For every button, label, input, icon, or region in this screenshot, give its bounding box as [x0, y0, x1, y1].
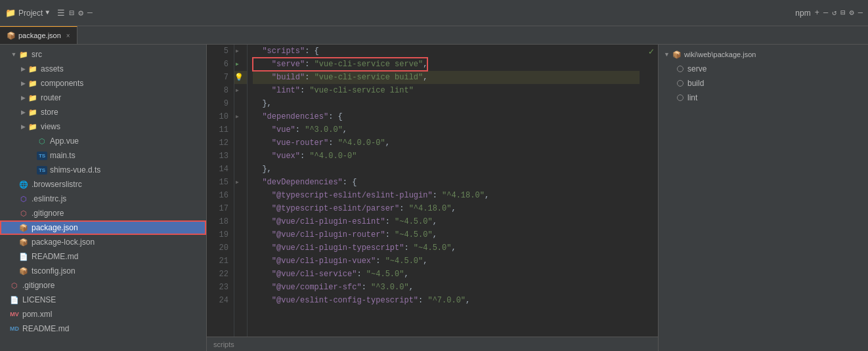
- package-lock-icon: 📦: [18, 237, 29, 247]
- router-folder-icon: 📁: [28, 93, 38, 103]
- ln-10: 10: [207, 110, 228, 123]
- sidebar-item-router[interactable]: ▶ 📁 router: [0, 91, 206, 105]
- npm-add-icon[interactable]: +: [815, 9, 819, 18]
- npm-item-serve[interactable]: serve: [659, 62, 868, 76]
- store-folder-icon: 📁: [28, 107, 38, 117]
- editor-status-bar: scripts: [207, 337, 658, 351]
- code-line-11: "vue": "^3.0.0",: [253, 123, 640, 136]
- store-arrow: ▶: [18, 109, 28, 115]
- package-lock-label: package-lock.json: [32, 237, 206, 247]
- src-folder-icon: 📁: [18, 49, 29, 60]
- sidebar-item-readme-src[interactable]: 📄 README.md: [0, 249, 206, 264]
- sidebar-item-license[interactable]: 📄 LICENSE: [0, 293, 206, 307]
- npm-collapse-icon[interactable]: ⊟: [840, 8, 845, 18]
- right-panel-top-icons: npm + — ↺ ⊟ ⚙ —: [795, 8, 863, 18]
- pom-xml-icon: MV: [9, 309, 20, 320]
- tab-package-json[interactable]: 📦 package.json ×: [0, 26, 77, 44]
- sidebar-item-main-ts[interactable]: TS main.ts: [0, 148, 206, 163]
- settings-icon[interactable]: ⚙: [78, 8, 83, 18]
- code-line-19: "@vue/cli-plugin-router": "~4.5.0",: [253, 228, 640, 241]
- gutter-column: ▶ ▶ 💡 ▶ ▶ ▶: [234, 45, 248, 337]
- npm-root-arrow: ▼: [664, 51, 670, 58]
- collapse-icon[interactable]: ⊟: [69, 8, 74, 18]
- line-number-gutter: 5 6 7 8 9 10 11 12 13 14 15 16 17 18 19 …: [207, 45, 248, 337]
- npm-lint-dot: [677, 94, 684, 101]
- gutter-22: [234, 268, 247, 281]
- code-line-24: "@vue/eslint-config-typescript": "^7.0.0…: [253, 294, 640, 307]
- code-5-key: "scripts": [253, 45, 305, 58]
- components-label: components: [41, 79, 206, 88]
- assets-label: assets: [41, 64, 206, 73]
- pom-xml-label: pom.xml: [22, 310, 206, 319]
- browserslistrc-label: .browserslistrc: [32, 180, 206, 189]
- shims-label: shims-vue.d.ts: [50, 165, 206, 175]
- npm-refresh-icon[interactable]: ↺: [832, 8, 836, 18]
- sidebar-item-gitignore-src[interactable]: ⬡ .gitignore: [0, 206, 206, 220]
- sidebar-item-components[interactable]: ▶ 📁 components: [0, 76, 206, 91]
- npm-item-lint[interactable]: lint: [659, 91, 868, 105]
- sidebar-item-tsconfig[interactable]: 📦 tsconfig.json: [0, 264, 206, 278]
- sidebar-item-assets[interactable]: ▶ 📁 assets: [0, 62, 206, 76]
- npm-tree: ▼ 📦 wiki\web\package.json serve build li…: [659, 45, 868, 351]
- gutter-23: [234, 281, 247, 294]
- sidebar-item-gitignore-root[interactable]: ⬡ .gitignore: [0, 278, 206, 293]
- sidebar-item-src[interactable]: ▼ 📁 src: [0, 47, 206, 62]
- gutter-20: [234, 241, 247, 255]
- sidebar-item-app-vue[interactable]: ⬡ App.vue: [0, 134, 206, 148]
- gutter-11: [234, 123, 247, 136]
- status-scripts-label: scripts: [213, 341, 234, 348]
- shims-icon: TS: [37, 165, 47, 175]
- sidebar-item-package-lock[interactable]: 📦 package-lock.json: [0, 235, 206, 249]
- sidebar: ▼ 📁 src ▶ 📁 assets ▶ 📁 components ▶ 📁 ro…: [0, 45, 207, 351]
- gutter-5: ▶: [234, 45, 247, 58]
- gutter-18: [234, 215, 247, 228]
- code-line-20: "@vue/cli-plugin-typescript": "~4.5.0",: [253, 241, 640, 255]
- gutter-9: [234, 97, 247, 110]
- code-editor[interactable]: "scripts": { "serve": "vue-cli-service s…: [248, 45, 645, 337]
- npm-build-label: build: [687, 79, 704, 88]
- npm-item-build[interactable]: build: [659, 76, 868, 91]
- tab-icon: 📦: [7, 31, 16, 40]
- code-line-21: "@vue/cli-plugin-vuex": "~4.5.0",: [253, 255, 640, 268]
- gutter-21: [234, 255, 247, 268]
- gitignore-src-label: .gitignore: [32, 209, 206, 218]
- store-label: store: [41, 108, 206, 117]
- sidebar-item-readme-root[interactable]: MD README.md: [0, 321, 206, 336]
- src-arrow: ▼: [9, 51, 18, 58]
- sidebar-item-package-json[interactable]: 📦 package.json: [0, 220, 206, 235]
- minimize-icon[interactable]: —: [87, 8, 93, 18]
- main-ts-label: main.ts: [50, 151, 206, 160]
- gutter-16: [234, 189, 247, 202]
- code-line-8: "lint": "vue-cli-service lint": [253, 84, 640, 97]
- sidebar-item-shims[interactable]: TS shims-vue.d.ts: [0, 163, 206, 177]
- sidebar-item-pom-xml[interactable]: MV pom.xml: [0, 307, 206, 321]
- npm-minimize-icon[interactable]: —: [858, 9, 863, 18]
- npm-root-item[interactable]: ▼ 📦 wiki\web\package.json: [659, 47, 868, 62]
- assets-arrow: ▶: [18, 66, 28, 72]
- project-toolbar-icons: ☰ ⊟ ⚙ —: [57, 8, 92, 18]
- ln-7: 7: [207, 71, 228, 84]
- npm-settings-icon[interactable]: ⚙: [850, 8, 854, 18]
- tsconfig-icon: 📦: [18, 266, 29, 276]
- sidebar-item-browserslistrc[interactable]: 🌐 .browserslistrc: [0, 177, 206, 192]
- browserslistrc-icon: 🌐: [18, 179, 29, 190]
- code-line-18: "@vue/cli-plugin-eslint": "~4.5.0",: [253, 215, 640, 228]
- tab-close-button[interactable]: ×: [66, 32, 70, 39]
- code-line-17: "@typescript-eslint/parser": "^4.18.0",: [253, 202, 640, 215]
- sidebar-item-store[interactable]: ▶ 📁 store: [0, 105, 206, 119]
- router-label: router: [41, 93, 206, 102]
- npm-serve-dot: [677, 66, 684, 72]
- npm-remove-icon[interactable]: —: [823, 9, 828, 18]
- ln-12: 12: [207, 136, 228, 150]
- list-icon[interactable]: ☰: [57, 8, 65, 18]
- code-line-6: "serve": "vue-cli-service serve",: [253, 58, 640, 71]
- sidebar-item-views[interactable]: ▶ 📁 views: [0, 119, 206, 134]
- ln-18: 18: [207, 215, 228, 228]
- tsconfig-label: tsconfig.json: [32, 266, 206, 276]
- ln-17: 17: [207, 202, 228, 215]
- components-folder-icon: 📁: [28, 78, 38, 89]
- eslintrc-label: .eslintrc.js: [32, 194, 206, 203]
- project-dropdown-arrow[interactable]: ▼: [45, 9, 49, 16]
- gutter-24: [234, 294, 247, 307]
- sidebar-item-eslintrc[interactable]: ⬡ .eslintrc.js: [0, 192, 206, 206]
